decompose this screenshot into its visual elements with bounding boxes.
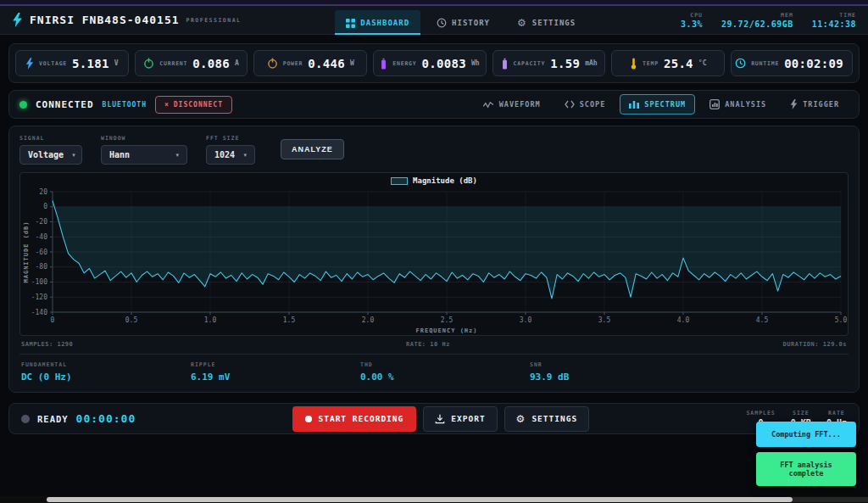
svg-text:-80: -80	[36, 263, 48, 271]
svg-text:5.0: 5.0	[835, 316, 848, 324]
time-value: 11:42:38	[812, 20, 856, 29]
recorder-buttons: START RECORDING EXPORT ⚙ SETTINGS	[292, 406, 589, 432]
thd-stat: THD 0.00 %	[360, 361, 530, 383]
metric-energy-label: ENERGY	[392, 60, 416, 67]
recorder-bar: READY 00:00:00 START RECORDING EXPORT ⚙ …	[8, 403, 860, 434]
signal-select[interactable]: Voltage ▾	[19, 145, 82, 165]
svg-text:1.5: 1.5	[283, 316, 296, 324]
tab-history[interactable]: HISTORY	[426, 9, 501, 35]
battery-icon	[501, 58, 509, 70]
tab-scope[interactable]: SCOPE	[555, 94, 615, 115]
snr-stat: SNR 93.9 dB	[530, 361, 699, 383]
metric-runtime-label: RUNTIME	[751, 60, 779, 67]
metric-voltage-unit: V	[114, 59, 119, 67]
mem-label: MEM	[781, 12, 793, 19]
mem-stat: MEM 29.72/62.69GB	[721, 12, 793, 29]
svg-text:2.0: 2.0	[362, 316, 375, 324]
svg-text:2.5: 2.5	[441, 316, 453, 324]
tab-spectrum[interactable]: SPECTRUM	[620, 94, 695, 115]
grid-icon	[346, 19, 355, 28]
tab-dashboard[interactable]: DASHBOARD	[335, 10, 420, 35]
ripple-value: 6.19 mV	[191, 372, 360, 383]
horizontal-scrollbar-thumb[interactable]	[47, 497, 793, 502]
connected-status-dot	[19, 101, 27, 109]
svg-text:3.5: 3.5	[598, 316, 611, 324]
svg-text:-120: -120	[31, 293, 47, 301]
battery-icon	[380, 58, 387, 70]
snr-label: SNR	[530, 361, 699, 368]
metric-runtime: RUNTIME 00:02:09	[731, 50, 853, 76]
chevron-down-icon: ▾	[243, 152, 247, 159]
recorder-status: READY	[37, 414, 69, 424]
ripple-label: RIPPLE	[191, 361, 360, 368]
metric-capacity: CAPACITY 1.59 mAh	[492, 50, 606, 76]
tab-spectrum-label: SPECTRUM	[644, 100, 686, 109]
tab-analysis[interactable]: ANALYSIS	[700, 93, 776, 115]
fft-size-select-value: 1024	[214, 150, 235, 159]
start-recording-label: START RECORDING	[318, 414, 403, 423]
tab-settings-label: SETTINGS	[532, 19, 576, 27]
metrics-row: VOLTAGE 5.181 V CURRENT 0.086 A POWER 0.…	[8, 43, 860, 83]
disconnect-button[interactable]: × DISCONNECT	[155, 96, 232, 114]
svg-text:-40: -40	[36, 233, 48, 241]
metric-current-value: 0.086	[192, 57, 230, 70]
bolt-icon	[25, 58, 34, 70]
app-header: FNIRSI FNB48S-040151 PROFESSIONAL DASHBO…	[0, 6, 868, 35]
chevron-down-icon: ▾	[72, 152, 75, 159]
metric-capacity-value: 1.59	[550, 57, 580, 70]
metric-power-value: 0.446	[308, 57, 345, 70]
brand: FNIRSI FNB48S-040151 PROFESSIONAL	[12, 13, 242, 27]
power-icon	[143, 58, 154, 69]
close-icon: ×	[164, 101, 170, 109]
settings-button-label: SETTINGS	[531, 414, 577, 423]
spectrum-controls: SIGNAL Voltage ▾ WINDOW Hann ▾ FFT SIZE …	[19, 135, 849, 165]
app-title: FNIRSI FNB48S-040151	[30, 14, 180, 26]
horizontal-scrollbar-track[interactable]	[0, 496, 868, 503]
svg-text:4.5: 4.5	[756, 316, 769, 324]
analysis-row: FUNDAMENTAL DC (0 Hz) RIPPLE 6.19 mV THD…	[19, 354, 849, 384]
svg-text:3.0: 3.0	[520, 316, 532, 324]
tab-settings[interactable]: ⚙ SETTINGS	[506, 9, 587, 35]
cpu-stat: CPU 3.3%	[681, 12, 703, 29]
svg-text:MAGNITUDE (dB): MAGNITUDE (dB)	[23, 221, 30, 282]
tab-history-label: HISTORY	[452, 19, 490, 27]
metric-voltage-label: VOLTAGE	[39, 60, 67, 67]
thermometer-icon	[630, 58, 637, 70]
app-window: FNIRSI FNB48S-040151 PROFESSIONAL DASHBO…	[0, 0, 868, 503]
trigger-bolt-icon	[790, 99, 798, 109]
metric-power-unit: W	[350, 59, 354, 67]
system-stats: CPU 3.3% MEM 29.72/62.69GB TIME 11:42:38	[681, 12, 856, 29]
svg-text:1.0: 1.0	[204, 316, 217, 324]
tab-waveform-label: WAVEFORM	[499, 100, 541, 109]
fft-size-select[interactable]: 1024 ▾	[206, 145, 255, 165]
signal-select-value: Voltage	[28, 150, 64, 159]
metric-temp-unit: °C	[698, 59, 707, 67]
tab-trigger[interactable]: TRIGGER	[781, 93, 849, 115]
start-recording-button[interactable]: START RECORDING	[292, 406, 416, 432]
metric-power: POWER 0.446 W	[253, 50, 367, 76]
export-button[interactable]: EXPORT	[423, 406, 497, 432]
cpu-label: CPU	[690, 12, 703, 19]
window-select[interactable]: Hann ▾	[101, 145, 187, 165]
svg-text:-140: -140	[31, 309, 47, 316]
analyze-button[interactable]: ANALYZE	[281, 139, 344, 159]
rec-samples-label: SAMPLES	[746, 410, 775, 416]
rate-text: RATE: 10 Hz	[406, 341, 450, 348]
legend-label: Magnitude (dB)	[413, 176, 477, 185]
metric-power-label: POWER	[283, 60, 303, 67]
svg-text:0: 0	[51, 316, 55, 324]
chart-legend: Magnitude (dB)	[20, 176, 848, 185]
svg-text:0: 0	[43, 203, 47, 210]
window-select-value: Hann	[109, 150, 130, 159]
record-dot-icon	[305, 416, 312, 422]
tab-scope-label: SCOPE	[580, 100, 606, 109]
tab-trigger-label: TRIGGER	[803, 100, 839, 109]
tab-waveform[interactable]: WAVEFORM	[474, 94, 550, 115]
settings-button[interactable]: ⚙ SETTINGS	[504, 406, 590, 432]
legend-swatch	[391, 177, 408, 185]
thd-value: 0.00 %	[360, 372, 530, 383]
gear-icon: ⚙	[516, 414, 526, 424]
cpu-value: 3.3%	[681, 20, 703, 29]
time-stat: TIME 11:42:38	[812, 12, 856, 29]
app-badge: PROFESSIONAL	[186, 17, 242, 24]
